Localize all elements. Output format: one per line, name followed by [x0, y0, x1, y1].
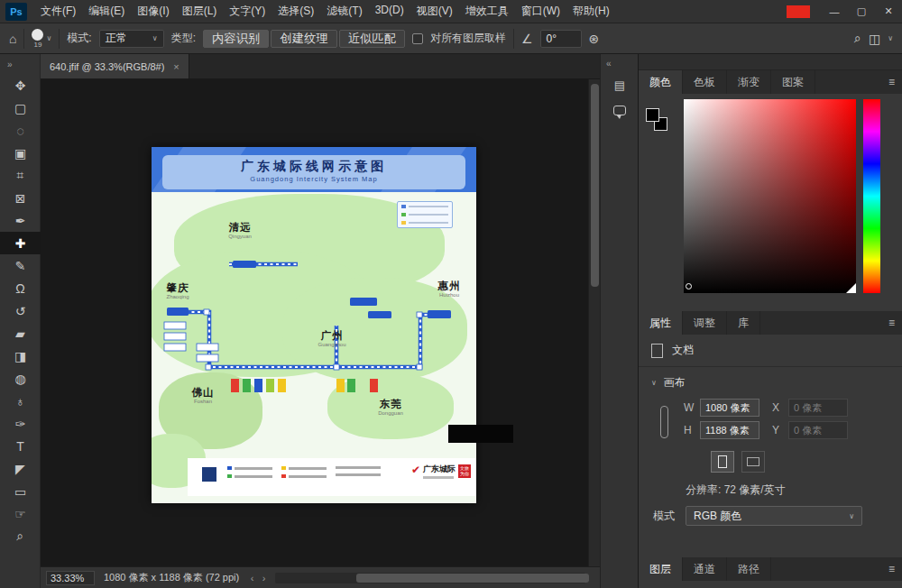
- history-brush-tool-button[interactable]: ↺: [0, 299, 41, 322]
- map-logo: ✔ 广东城际 文旅为你: [411, 464, 471, 479]
- horizontal-scrollbar[interactable]: [275, 573, 585, 583]
- proximity-match-button[interactable]: 近似匹配: [339, 30, 405, 48]
- mode-select[interactable]: 正常 ∨: [99, 30, 164, 48]
- height-input[interactable]: 1188 像素: [700, 421, 759, 439]
- menu-type[interactable]: 文字(Y): [223, 4, 272, 19]
- lasso-tool-button[interactable]: ◌: [0, 119, 41, 142]
- foreground-color-swatch[interactable]: [646, 108, 659, 122]
- spot-healing-brush-tool-button[interactable]: ✚: [0, 232, 41, 254]
- zoom-tool-button[interactable]: ⌕: [0, 525, 41, 547]
- menu-view[interactable]: 视图(V): [410, 4, 459, 19]
- menu-plugins[interactable]: 增效工具: [459, 4, 515, 19]
- zoom-level-input[interactable]: 33.33%: [46, 571, 95, 585]
- brush-tool-button[interactable]: ✎: [0, 254, 41, 277]
- menu-image[interactable]: 图像(I): [131, 4, 175, 19]
- gradient-tool-button[interactable]: ◨: [0, 345, 41, 367]
- window-controls: — ▢ ✕: [787, 0, 902, 23]
- tab-gradients[interactable]: 渐变: [727, 70, 771, 94]
- portrait-orientation-button[interactable]: [711, 451, 734, 473]
- tab-close-icon[interactable]: ×: [173, 61, 179, 72]
- status-next-icon[interactable]: ›: [258, 573, 270, 583]
- tab-adjustments[interactable]: 调整: [683, 311, 727, 335]
- pen-tool-button[interactable]: ✑: [0, 412, 41, 435]
- tools-panel: » ✥ ▢ ◌ ▣ ⌗ ⊠ ✒ ✚ ✎ Ω ↺ ▰ ◨ ◍ ♁ ✑ T ◤ ▭ …: [0, 54, 41, 588]
- panel-list-icon[interactable]: ▤: [601, 72, 639, 97]
- width-input[interactable]: 1080 像素: [700, 399, 759, 417]
- document-tab-title: 640.jfif @ 33.3%(RGB/8#): [50, 61, 164, 72]
- landscape-orientation-button[interactable]: [741, 451, 765, 473]
- tab-channels[interactable]: 通道: [683, 557, 727, 581]
- search-icon[interactable]: ⌕: [854, 31, 861, 46]
- panel-menu-icon[interactable]: ≡: [888, 70, 895, 94]
- menu-edit[interactable]: 编辑(E): [82, 4, 131, 19]
- color-mode-value: RGB 颜色: [694, 509, 741, 524]
- move-tool-button[interactable]: ✥: [0, 74, 41, 96]
- brush-preset-picker[interactable]: 19 ∨: [32, 29, 51, 49]
- city-label: 佛山Foshan: [192, 387, 215, 405]
- link-dimensions-icon[interactable]: [660, 406, 668, 438]
- comments-panel-button[interactable]: [601, 97, 639, 123]
- document-canvas[interactable]: 广东城际线网示意图 Guangdong Intercity System Map: [152, 147, 476, 503]
- y-input[interactable]: 0 像素: [788, 421, 848, 439]
- clone-stamp-tool-icon: Ω: [15, 281, 24, 296]
- crop-tool-button[interactable]: ⌗: [0, 164, 41, 187]
- color-picker-ring[interactable]: [686, 283, 692, 289]
- minimize-button[interactable]: —: [821, 0, 848, 23]
- tab-swatches[interactable]: 色板: [683, 70, 727, 94]
- color-mode-select[interactable]: RGB 颜色 ∨: [686, 506, 862, 526]
- pressure-icon[interactable]: ⊛: [589, 32, 600, 46]
- menu-help[interactable]: 帮助(H): [566, 4, 616, 19]
- hand-tool-button[interactable]: ☞: [0, 502, 41, 525]
- menu-filter[interactable]: 滤镜(T): [320, 4, 368, 19]
- angle-input[interactable]: 0°: [540, 30, 582, 48]
- canvas-section-header[interactable]: ∨ 画布: [639, 367, 902, 394]
- hue-slider[interactable]: [863, 99, 880, 293]
- vertical-scrollbar-thumb[interactable]: [591, 84, 599, 287]
- toolbar-collapse-icon[interactable]: »: [0, 54, 40, 74]
- type-tool-button[interactable]: T: [0, 435, 41, 457]
- x-input[interactable]: 0 像素: [788, 399, 848, 417]
- tab-paths[interactable]: 路径: [727, 557, 771, 581]
- dodge-tool-button[interactable]: ♁: [0, 390, 41, 412]
- content-aware-button[interactable]: 内容识别: [203, 30, 269, 48]
- menu-3d[interactable]: 3D(D): [369, 4, 410, 19]
- frame-tool-button[interactable]: ⊠: [0, 187, 41, 209]
- menu-window[interactable]: 窗口(W): [515, 4, 566, 19]
- document-tab[interactable]: 640.jfif @ 33.3%(RGB/8#) ×: [41, 54, 189, 78]
- maximize-button[interactable]: ▢: [848, 0, 875, 23]
- vertical-scrollbar[interactable]: [588, 79, 600, 566]
- tab-libraries[interactable]: 库: [727, 311, 760, 335]
- path-selection-tool-icon: ◤: [15, 462, 25, 476]
- home-icon[interactable]: ⌂: [9, 32, 16, 46]
- city-label: 东莞Dongguan: [378, 399, 403, 417]
- rectangular-marquee-tool-button[interactable]: ▢: [0, 96, 41, 119]
- rectangle-tool-button[interactable]: ▭: [0, 480, 41, 502]
- clone-stamp-tool-button[interactable]: Ω: [0, 277, 41, 299]
- menu-file[interactable]: 文件(F): [34, 4, 82, 19]
- tab-patterns[interactable]: 图案: [771, 70, 815, 94]
- blur-tool-button[interactable]: ◍: [0, 367, 41, 390]
- tab-layers[interactable]: 图层: [639, 557, 683, 581]
- close-button[interactable]: ✕: [875, 0, 902, 23]
- menu-select[interactable]: 选择(S): [272, 4, 320, 19]
- sample-all-layers-checkbox[interactable]: [412, 33, 423, 44]
- angle-icon: ∠: [521, 32, 533, 46]
- tab-properties[interactable]: 属性: [639, 311, 683, 335]
- panel-menu-icon[interactable]: ≡: [888, 557, 895, 581]
- saturation-brightness-field[interactable]: [684, 99, 856, 293]
- workspace-switcher-icon[interactable]: ◫: [869, 32, 880, 46]
- horizontal-scrollbar-thumb[interactable]: [356, 574, 589, 583]
- eraser-tool-button[interactable]: ▰: [0, 322, 41, 345]
- chevron-down-icon: ∨: [849, 512, 854, 520]
- tab-color[interactable]: 颜色: [639, 70, 683, 94]
- create-texture-button[interactable]: 创建纹理: [271, 30, 336, 48]
- canvas-area[interactable]: 广东城际线网示意图 Guangdong Intercity System Map: [41, 79, 600, 566]
- menu-layer[interactable]: 图层(L): [176, 4, 224, 19]
- eyedropper-tool-button[interactable]: ✒: [0, 209, 41, 232]
- panel-menu-icon[interactable]: ≡: [888, 311, 895, 335]
- object-selection-tool-button[interactable]: ▣: [0, 142, 41, 164]
- status-prev-icon[interactable]: ‹: [246, 573, 258, 583]
- city-label: 肇庆Zhaoqing: [166, 282, 189, 300]
- panel-expand-icon[interactable]: «: [601, 54, 638, 72]
- path-selection-tool-button[interactable]: ◤: [0, 457, 41, 480]
